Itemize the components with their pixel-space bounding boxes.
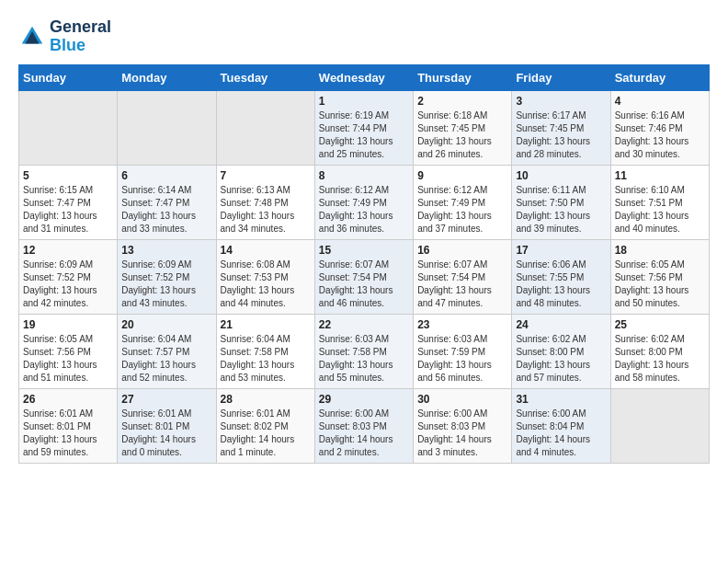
day-number: 29 [319, 393, 409, 406]
day-info: Sunrise: 6:10 AMSunset: 7:51 PMDaylight:… [615, 184, 705, 236]
calendar-cell: 8Sunrise: 6:12 AMSunset: 7:49 PMDaylight… [314, 165, 413, 239]
day-info: Sunrise: 6:09 AMSunset: 7:52 PMDaylight:… [121, 259, 211, 310]
day-info: Sunrise: 6:00 AMSunset: 8:03 PMDaylight:… [319, 408, 409, 459]
calendar-cell: 28Sunrise: 6:01 AMSunset: 8:02 PMDayligh… [216, 388, 314, 463]
calendar-cell: 5Sunrise: 6:15 AMSunset: 7:47 PMDaylight… [19, 165, 118, 239]
day-number: 13 [121, 244, 211, 257]
day-number: 8 [319, 169, 409, 182]
day-info: Sunrise: 6:15 AMSunset: 7:47 PMDaylight:… [23, 184, 113, 236]
day-info: Sunrise: 6:13 AMSunset: 7:48 PMDaylight:… [221, 184, 311, 236]
day-header-thursday: Thursday [414, 64, 512, 90]
calendar-week-1: 1Sunrise: 6:19 AMSunset: 7:44 PMDaylight… [19, 90, 710, 165]
logo-icon [18, 23, 46, 51]
calendar-cell: 15Sunrise: 6:07 AMSunset: 7:54 PMDayligh… [314, 239, 413, 314]
day-info: Sunrise: 6:02 AMSunset: 8:00 PMDaylight:… [516, 333, 606, 385]
day-info: Sunrise: 6:00 AMSunset: 8:04 PMDaylight:… [516, 408, 606, 459]
logo: General Blue [18, 18, 111, 55]
day-number: 4 [615, 95, 705, 108]
day-number: 2 [417, 95, 507, 108]
calendar-cell: 27Sunrise: 6:01 AMSunset: 8:01 PMDayligh… [118, 388, 216, 463]
day-number: 15 [319, 244, 409, 257]
day-header-saturday: Saturday [610, 64, 709, 90]
calendar-cell: 14Sunrise: 6:08 AMSunset: 7:53 PMDayligh… [216, 239, 314, 314]
day-info: Sunrise: 6:07 AMSunset: 7:54 PMDaylight:… [417, 259, 507, 310]
calendar-cell: 31Sunrise: 6:00 AMSunset: 8:04 PMDayligh… [512, 388, 610, 463]
calendar-cell: 12Sunrise: 6:09 AMSunset: 7:52 PMDayligh… [19, 239, 118, 314]
day-info: Sunrise: 6:14 AMSunset: 7:47 PMDaylight:… [121, 184, 211, 236]
day-info: Sunrise: 6:08 AMSunset: 7:53 PMDaylight:… [221, 259, 311, 310]
calendar-cell: 3Sunrise: 6:17 AMSunset: 7:45 PMDaylight… [512, 90, 610, 165]
calendar-cell: 26Sunrise: 6:01 AMSunset: 8:01 PMDayligh… [19, 388, 118, 463]
calendar-cell: 29Sunrise: 6:00 AMSunset: 8:03 PMDayligh… [314, 388, 413, 463]
calendar-cell: 17Sunrise: 6:06 AMSunset: 7:55 PMDayligh… [512, 239, 610, 314]
calendar-cell: 19Sunrise: 6:05 AMSunset: 7:56 PMDayligh… [19, 314, 118, 388]
calendar-cell [216, 90, 314, 165]
day-number: 23 [417, 318, 507, 331]
day-header-sunday: Sunday [19, 64, 118, 90]
day-number: 27 [121, 393, 211, 406]
calendar-cell: 30Sunrise: 6:00 AMSunset: 8:03 PMDayligh… [414, 388, 512, 463]
day-info: Sunrise: 6:04 AMSunset: 7:58 PMDaylight:… [221, 333, 311, 385]
day-header-tuesday: Tuesday [216, 64, 314, 90]
calendar-week-5: 26Sunrise: 6:01 AMSunset: 8:01 PMDayligh… [19, 388, 710, 463]
calendar-cell: 11Sunrise: 6:10 AMSunset: 7:51 PMDayligh… [610, 165, 709, 239]
calendar-cell: 10Sunrise: 6:11 AMSunset: 7:50 PMDayligh… [512, 165, 610, 239]
day-number: 24 [516, 318, 606, 331]
calendar-cell: 21Sunrise: 6:04 AMSunset: 7:58 PMDayligh… [216, 314, 314, 388]
calendar-week-4: 19Sunrise: 6:05 AMSunset: 7:56 PMDayligh… [19, 314, 710, 388]
day-number: 22 [319, 318, 409, 331]
day-number: 28 [221, 393, 311, 406]
day-number: 14 [221, 244, 311, 257]
day-info: Sunrise: 6:17 AMSunset: 7:45 PMDaylight:… [516, 109, 606, 161]
day-info: Sunrise: 6:01 AMSunset: 8:02 PMDaylight:… [221, 408, 311, 459]
calendar-cell: 20Sunrise: 6:04 AMSunset: 7:57 PMDayligh… [118, 314, 216, 388]
day-number: 12 [23, 244, 113, 257]
day-number: 5 [23, 169, 113, 182]
day-number: 26 [23, 393, 113, 406]
day-number: 19 [23, 318, 113, 331]
day-number: 9 [417, 169, 507, 182]
day-number: 21 [221, 318, 311, 331]
day-info: Sunrise: 6:12 AMSunset: 7:49 PMDaylight:… [319, 184, 409, 236]
day-number: 20 [121, 318, 211, 331]
day-number: 11 [615, 169, 705, 182]
calendar-cell: 1Sunrise: 6:19 AMSunset: 7:44 PMDaylight… [314, 90, 413, 165]
calendar-cell: 4Sunrise: 6:16 AMSunset: 7:46 PMDaylight… [610, 90, 709, 165]
day-info: Sunrise: 6:09 AMSunset: 7:52 PMDaylight:… [23, 259, 113, 310]
day-info: Sunrise: 6:01 AMSunset: 8:01 PMDaylight:… [121, 408, 211, 459]
page-header: General Blue [18, 18, 710, 55]
day-info: Sunrise: 6:16 AMSunset: 7:46 PMDaylight:… [615, 109, 705, 161]
day-number: 10 [516, 169, 606, 182]
day-number: 25 [615, 318, 705, 331]
day-info: Sunrise: 6:18 AMSunset: 7:45 PMDaylight:… [417, 109, 507, 161]
day-info: Sunrise: 6:11 AMSunset: 7:50 PMDaylight:… [516, 184, 606, 236]
day-header-monday: Monday [118, 64, 216, 90]
calendar-cell: 6Sunrise: 6:14 AMSunset: 7:47 PMDaylight… [118, 165, 216, 239]
day-info: Sunrise: 6:04 AMSunset: 7:57 PMDaylight:… [121, 333, 211, 385]
logo-text: General Blue [50, 18, 111, 55]
day-info: Sunrise: 6:06 AMSunset: 7:55 PMDaylight:… [516, 259, 606, 310]
day-info: Sunrise: 6:02 AMSunset: 8:00 PMDaylight:… [615, 333, 705, 385]
calendar-cell: 13Sunrise: 6:09 AMSunset: 7:52 PMDayligh… [118, 239, 216, 314]
day-header-friday: Friday [512, 64, 610, 90]
day-number: 31 [516, 393, 606, 406]
day-number: 16 [417, 244, 507, 257]
day-number: 1 [319, 95, 409, 108]
day-number: 17 [516, 244, 606, 257]
calendar-table: SundayMondayTuesdayWednesdayThursdayFrid… [18, 64, 710, 464]
calendar-week-3: 12Sunrise: 6:09 AMSunset: 7:52 PMDayligh… [19, 239, 710, 314]
calendar-cell [610, 388, 709, 463]
day-number: 30 [417, 393, 507, 406]
calendar-cell [19, 90, 118, 165]
day-info: Sunrise: 6:07 AMSunset: 7:54 PMDaylight:… [319, 259, 409, 310]
calendar-cell: 9Sunrise: 6:12 AMSunset: 7:49 PMDaylight… [414, 165, 512, 239]
calendar-cell: 23Sunrise: 6:03 AMSunset: 7:59 PMDayligh… [414, 314, 512, 388]
calendar-cell: 24Sunrise: 6:02 AMSunset: 8:00 PMDayligh… [512, 314, 610, 388]
day-header-wednesday: Wednesday [314, 64, 413, 90]
day-number: 7 [221, 169, 311, 182]
day-info: Sunrise: 6:12 AMSunset: 7:49 PMDaylight:… [417, 184, 507, 236]
day-info: Sunrise: 6:01 AMSunset: 8:01 PMDaylight:… [23, 408, 113, 459]
calendar-cell: 22Sunrise: 6:03 AMSunset: 7:58 PMDayligh… [314, 314, 413, 388]
day-number: 6 [121, 169, 211, 182]
calendar-cell [118, 90, 216, 165]
